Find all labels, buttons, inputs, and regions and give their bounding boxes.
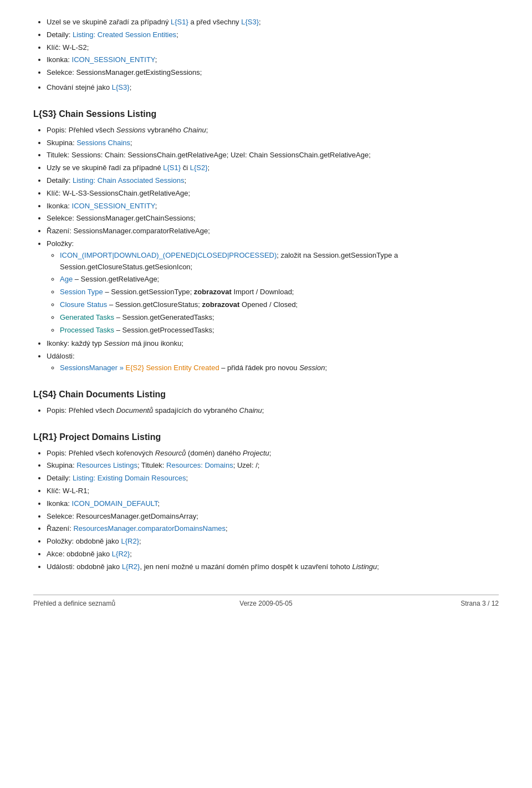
session-type-link: Session Type — [60, 288, 103, 296]
italic-session2: Session — [299, 364, 325, 372]
intro-list: Uzel se ve skupině zařadí za případný L{… — [47, 17, 499, 79]
processed-tasks-link: Processed Tasks — [60, 326, 114, 334]
ls3-intro-list: Chování stejné jako L{S3}; — [47, 82, 499, 94]
list-item: Generated Tasks – Session.getGeneratedTa… — [60, 312, 499, 324]
icon-link: ICON_SESSION_ENTITY — [72, 55, 155, 64]
list-item: Uzel se ve skupině zařadí za případný L{… — [47, 17, 499, 28]
list-item: Skupina: Resources Listings; Titulek: Re… — [47, 460, 499, 472]
italic-chainu: Chainu — [183, 126, 206, 134]
list-item: Popis: Přehled všech Documentů spadající… — [47, 405, 499, 417]
generated-tasks-link: Generated Tasks — [60, 313, 114, 321]
list-item: Ikonka: ICON_SESSION_ENTITY; — [47, 54, 499, 66]
sessions-manager-link: SessionsManager » E{S2} Session Entity C… — [60, 364, 219, 372]
list-item: ICON_(IMPORT|DOWNLOAD)_(OPENED|CLOSED|PR… — [60, 250, 499, 273]
list-item: Session Type – Session.getSessionType; z… — [60, 286, 499, 298]
resources-listings-link: Resources Listings — [76, 461, 137, 469]
lr1-heading: L{R1} Project Domains Listing — [33, 432, 499, 442]
list-item: Události: obdobně jako L{R2}, jen není m… — [47, 561, 499, 573]
age-link: Age — [60, 275, 73, 283]
list-item: Položky: obdobně jako L{R2}; — [47, 536, 499, 547]
list-item: Skupina: Sessions Chains; — [47, 137, 499, 149]
listing-link: Listing: Existing Domain Resources — [73, 474, 186, 482]
zobrazovat-bold2: zobrazovat — [202, 300, 240, 309]
polozky-list: ICON_(IMPORT|DOWNLOAD)_(OPENED|CLOSED|PR… — [60, 250, 499, 336]
italic-documentu: Documentů — [116, 406, 153, 415]
list-item: Řazení: SessionsManager.comparatorRelati… — [47, 226, 499, 237]
list-item: Detaily: Listing: Existing Domain Resour… — [47, 473, 499, 484]
italic-sessions: Sessions — [116, 126, 146, 134]
ref-ls2: L{S2} — [190, 163, 208, 172]
list-item: Age – Session.getRelativeAge; — [60, 274, 499, 285]
list-item: Ikonka: ICON_DOMAIN_DEFAULT; — [47, 498, 499, 510]
list-item: Ikonka: ICON_SESSION_ENTITY; — [47, 201, 499, 212]
udalosti-item: Události: SessionsManager » E{S2} Sessio… — [47, 351, 499, 374]
list-item: Selekce: SessionsManager.getExistingSess… — [47, 67, 499, 79]
icon-domain-link: ICON_DOMAIN_DEFAULT — [72, 499, 158, 508]
list-item: Klíč: W-L-R1; — [47, 485, 499, 497]
ref-lr2a: L{R2} — [121, 537, 139, 545]
footer-left: Přehled a definice seznamů — [33, 600, 188, 607]
ref-lr2b: L{R2} — [112, 550, 130, 558]
skupina-link: Sessions Chains — [76, 139, 130, 147]
footer: Přehled a definice seznamů Verze 2009-05… — [33, 600, 499, 607]
detail-link: Listing: Created Session Entities — [73, 30, 176, 39]
footer-center: Verze 2009-05-05 — [188, 600, 344, 607]
ls4-list: Popis: Přehled všech Documentů spadající… — [47, 405, 499, 417]
page-content: Uzel se ve skupině zařadí za případný L{… — [0, 0, 532, 652]
event-label: E{S2} Session Entity Created — [126, 364, 219, 372]
ref-ls3: L{S3} — [112, 83, 130, 91]
list-item: Ikonky: každý typ Session má jinou ikonk… — [47, 338, 499, 350]
ref-ls1: L{S1} — [171, 18, 188, 26]
ls3-heading: L{S3} Chain Sessions Listing — [33, 109, 499, 119]
ref-ls3: L{S3} — [241, 18, 259, 26]
ls3-list: Popis: Přehled všech Sessions vybraného … — [47, 125, 499, 374]
polozky-item: Položky: ICON_(IMPORT|DOWNLOAD)_(OPENED|… — [47, 238, 499, 336]
italic-projectu: Projectu — [243, 449, 269, 457]
zobrazovat-bold: zobrazovat — [194, 288, 232, 296]
list-item: Řazení: ResourcesManager.comparatorDomai… — [47, 523, 499, 535]
list-item: SessionsManager » E{S2} Session Entity C… — [60, 362, 499, 374]
footer-right: Strana 3 / 12 — [344, 600, 499, 607]
udalosti-list: SessionsManager » E{S2} Session Entity C… — [60, 362, 499, 374]
list-item: Detaily: Listing: Created Session Entiti… — [47, 29, 499, 41]
list-item: Akce: obdobně jako L{R2}; — [47, 549, 499, 560]
detail-link: Listing: Chain Associated Sessions — [73, 176, 185, 185]
italic-chainu2: Chainu — [239, 406, 262, 415]
list-item: Popis: Přehled všech Sessions vybraného … — [47, 125, 499, 136]
list-item: Klíč: W-L-S2; — [47, 42, 499, 54]
lr1-list: Popis: Přehled všech kořenových Resourců… — [47, 448, 499, 573]
list-item: Closure Status – Session.getClosureStatu… — [60, 299, 499, 311]
ref-ls1: L{S1} — [163, 163, 181, 172]
list-item: Selekce: SessionsManager.getChainSession… — [47, 213, 499, 224]
italic-listingu: Listingu — [352, 562, 377, 571]
footer-divider — [33, 595, 499, 595]
icon-ref: ICON_(IMPORT|DOWNLOAD)_(OPENED|CLOSED|PR… — [60, 251, 277, 259]
list-item: Uzly se ve skupině řadí za případné L{S1… — [47, 162, 499, 174]
razeni-link: ResourcesManager.comparatorDomainsNames — [73, 524, 226, 533]
italic-resourcu: Resourců — [155, 449, 186, 457]
list-item: Detaily: Listing: Chain Associated Sessi… — [47, 175, 499, 187]
list-item: Selekce: ResourcesManager.getDomainsArra… — [47, 511, 499, 523]
closure-status-link: Closure Status — [60, 300, 107, 309]
list-item: Processed Tasks – Session.getProcessedTa… — [60, 325, 499, 336]
resources-domains-link: Resources: Domains — [166, 461, 233, 469]
list-item: Popis: Přehled všech kořenových Resourců… — [47, 448, 499, 459]
ref-lr2c: L{R2} — [122, 562, 140, 571]
ls4-heading: L{S4} Chain Documents Listing — [33, 390, 499, 400]
list-item: Chování stejné jako L{S3}; — [47, 82, 499, 94]
italic-session: Session — [104, 339, 129, 347]
list-item: Klíč: W-L-S3-SessionsChain.getRelativeAg… — [47, 188, 499, 199]
icon-link: ICON_SESSION_ENTITY — [72, 202, 155, 210]
list-item: Titulek: Sessions: Chain: SessionsChain.… — [47, 150, 499, 161]
